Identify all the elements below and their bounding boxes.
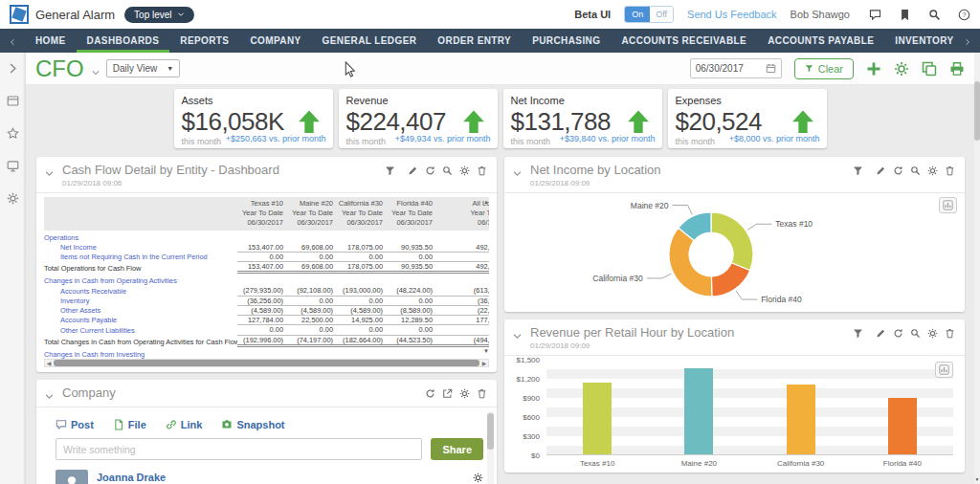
post-options-gear-icon[interactable]	[473, 470, 483, 480]
beta-ui-toggle[interactable]: On Off	[624, 6, 674, 23]
share-button[interactable]: Share	[431, 438, 483, 460]
kpi-card-expenses[interactable]: Expenses$20,524this month+$8,000 vs. pri…	[668, 89, 827, 148]
post-action-link[interactable]: Link	[166, 419, 203, 430]
trash-icon[interactable]	[945, 328, 955, 339]
collapse-panel-icon[interactable]	[512, 165, 523, 176]
scroll-down-icon[interactable]: ▼	[974, 476, 980, 482]
nav-item-inventory-control[interactable]: INVENTORY CONTROL	[884, 29, 955, 53]
column-header-florida-40[interactable]: Florida #40Year To Date06/30/2017	[387, 199, 436, 227]
gear-icon[interactable]	[459, 388, 470, 399]
gear-icon[interactable]	[459, 165, 470, 176]
send-feedback-link[interactable]: Send Us Feedback	[687, 9, 777, 20]
row-label[interactable]: Other Assets	[44, 307, 237, 316]
pencil-icon[interactable]	[876, 165, 886, 176]
bar-maine-20[interactable]	[684, 368, 713, 455]
bar-california-30[interactable]	[787, 385, 815, 454]
page-scrollbar[interactable]: ▼	[974, 53, 980, 484]
clear-filter-button[interactable]: Clear	[794, 58, 854, 79]
row-label[interactable]: Changes in Cash from Operating Activitie…	[44, 277, 237, 286]
date-filter-input[interactable]: 06/30/2017	[690, 58, 782, 78]
chat-icon[interactable]	[869, 9, 881, 21]
view-selector[interactable]: Daily View ▼	[106, 59, 180, 77]
row-label[interactable]: Accounts Payable	[44, 317, 237, 325]
post-author[interactable]: Joanna Drake	[97, 472, 166, 483]
pencil-icon[interactable]	[408, 165, 418, 176]
sidebar-panel-icon[interactable]	[7, 95, 19, 107]
collapse-panel-icon[interactable]	[44, 388, 55, 399]
refresh-icon[interactable]	[425, 388, 435, 399]
sidebar-chevron-right-icon[interactable]	[7, 62, 19, 75]
copy-button[interactable]	[922, 61, 937, 77]
row-label[interactable]: Net Income	[44, 244, 237, 253]
search-icon[interactable]	[910, 165, 921, 176]
nav-forward-arrow[interactable]	[955, 29, 980, 53]
column-header-california-30[interactable]: California #30Year To Date06/30/2017	[337, 199, 387, 227]
sort-asc-icon[interactable]: ▲	[483, 199, 489, 205]
chart-export-button[interactable]	[935, 362, 953, 378]
nav-item-general-ledger[interactable]: GENERAL LEDGER	[312, 29, 428, 53]
nav-item-dashboards[interactable]: DASHBOARDS	[77, 29, 170, 53]
trash-icon[interactable]	[477, 165, 487, 176]
row-label[interactable]: Inventory	[44, 297, 237, 306]
plus-button[interactable]	[866, 61, 881, 77]
toggle-off[interactable]: Off	[650, 7, 673, 22]
bar-florida-40[interactable]	[888, 398, 917, 454]
search-icon[interactable]	[928, 9, 941, 21]
column-header-texas-10[interactable]: Texas #10Year To Date06/30/2017	[237, 199, 287, 227]
gear-button[interactable]	[894, 61, 909, 77]
scrollbar-thumb[interactable]	[974, 81, 980, 141]
collapse-panel-icon[interactable]	[512, 328, 523, 339]
sidebar-star-icon[interactable]	[7, 127, 19, 140]
table-scroll-down-icon[interactable]: ▼	[483, 348, 489, 354]
trash-icon[interactable]	[945, 165, 955, 176]
refresh-icon[interactable]	[893, 328, 903, 339]
org-scope-dropdown[interactable]: Top level	[124, 7, 193, 23]
refresh-icon[interactable]	[425, 165, 435, 176]
scrollbar-thumb[interactable]	[54, 360, 479, 366]
row-label[interactable]: Accounts Receivable	[44, 288, 237, 297]
bar-texas-10[interactable]	[583, 383, 612, 454]
kpi-card-assets[interactable]: Assets$16,058Kthis month+$250,663 vs. pr…	[174, 89, 333, 148]
search-icon[interactable]	[442, 165, 453, 176]
trash-icon[interactable]	[477, 388, 487, 399]
kpi-card-revenue[interactable]: Revenue$224,407this month+$49,934 vs. pr…	[339, 89, 498, 148]
nav-item-company[interactable]: COMPANY	[239, 29, 311, 53]
help-icon[interactable]: ?	[958, 9, 970, 21]
post-action-post[interactable]: Post	[56, 419, 94, 430]
search-icon[interactable]	[910, 328, 921, 339]
nav-item-reports[interactable]: REPORTS	[169, 29, 239, 53]
nav-item-order-entry[interactable]: ORDER ENTRY	[427, 29, 522, 53]
post-action-file[interactable]: File	[113, 419, 146, 430]
scroll-left-icon[interactable]: ◀	[45, 360, 53, 366]
collapse-panel-icon[interactable]	[44, 165, 55, 176]
post-action-snapshot[interactable]: Snapshot	[221, 419, 284, 430]
table-horizontal-scrollbar[interactable]: ◀ ▶	[44, 359, 489, 367]
pencil-icon[interactable]	[876, 328, 886, 339]
bookmark-icon[interactable]	[899, 9, 911, 21]
nav-item-home[interactable]: HOME	[25, 29, 77, 53]
donut-slice-florida-40[interactable]	[711, 263, 749, 297]
gear-icon[interactable]	[927, 328, 938, 339]
sidebar-gear-icon[interactable]	[7, 192, 19, 205]
gear-icon[interactable]	[927, 165, 938, 176]
nav-item-accounts-receivable[interactable]: ACCOUNTS RECEIVABLE	[611, 29, 757, 53]
donut-slice-texas-10[interactable]	[711, 212, 753, 271]
sidebar-monitor-icon[interactable]	[7, 160, 19, 172]
funnel-icon[interactable]	[853, 165, 863, 176]
row-label[interactable]: Items not Requiring Cash in the Current …	[44, 253, 237, 262]
funnel-icon[interactable]	[385, 165, 395, 176]
nav-item-accounts-payable[interactable]: ACCOUNTS PAYABLE	[757, 29, 884, 53]
row-label[interactable]: Operations	[44, 234, 237, 243]
column-header-maine-20[interactable]: Maine #20Year To Date06/30/2017	[287, 199, 337, 227]
funnel-icon[interactable]	[853, 328, 863, 339]
row-label[interactable]: Other Current Liabilities	[44, 327, 237, 336]
calendar-icon[interactable]	[766, 63, 776, 74]
toggle-on[interactable]: On	[625, 7, 650, 22]
column-header-all-locati[interactable]: All LocatiYear To D06/30/2	[436, 199, 489, 227]
post-composer-input[interactable]	[56, 438, 422, 460]
chart-export-button[interactable]	[939, 197, 957, 213]
external-icon[interactable]	[442, 388, 453, 399]
nav-item-purchasing[interactable]: PURCHASING	[522, 29, 611, 53]
feed-scrollbar[interactable]	[487, 411, 494, 484]
dashboard-title-chevron-icon[interactable]	[91, 64, 100, 74]
